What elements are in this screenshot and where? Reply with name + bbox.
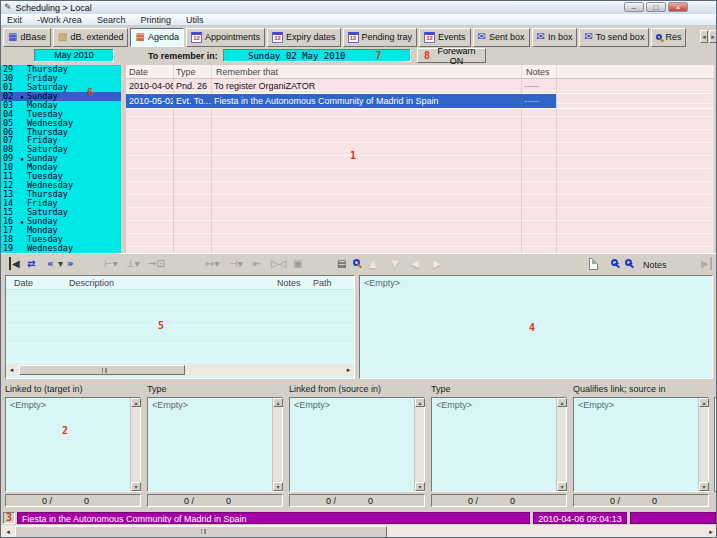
link-panel-4[interactable]: <Empty>▴▾ [573, 397, 709, 492]
agenda-row[interactable]: 2010-04-06Pnd. 26To register OrganiZATOR… [126, 79, 714, 94]
scroll-right-icon[interactable]: ▸ [705, 526, 717, 538]
detail-horizontal-scrollbar[interactable]: ◂ ▸ [6, 364, 354, 376]
sent-box-button[interactable]: ✉Sent box [473, 28, 530, 47]
toolbar-button-label: Events [438, 32, 466, 42]
to-send-box-button[interactable]: ✉To send box [579, 28, 649, 47]
menu-item-exit[interactable]: Exit [7, 15, 31, 25]
calendar-day-row[interactable]: 01Saturday [1, 83, 121, 92]
toolbar-button-label: Res [665, 32, 681, 42]
restore-button[interactable]: □ [646, 2, 666, 12]
agenda-button[interactable]: ▦Agenda [130, 28, 183, 47]
toolbar-scroll-right-icon[interactable]: ▸ [709, 30, 717, 43]
menu-item-work-area[interactable]: -Work Area [37, 15, 91, 25]
scroll-left-icon[interactable]: ◂ [6, 364, 17, 376]
counter-value: 0 / [468, 496, 478, 506]
calendar-day-row[interactable]: 16▪Sunday [1, 217, 121, 226]
duplicate-icon: ▣ [293, 257, 302, 270]
calendar-day-row[interactable]: 13Thursday [1, 190, 121, 199]
day-list: 29Thursday30Friday01Saturday02▪Sunday03M… [1, 65, 121, 253]
appointments-button[interactable]: 12Appointments [186, 28, 265, 47]
column-divider [556, 65, 557, 253]
link-panel-scrollbar[interactable]: ▴▾ [414, 398, 424, 491]
link-panel-scrollbar[interactable]: ▴▾ [130, 398, 140, 491]
dropdown-icon[interactable]: ▾ [58, 257, 63, 270]
calendar-day-row[interactable]: 19Wednesday [1, 244, 121, 253]
link-panel-scrollbar[interactable]: ▴▾ [698, 398, 708, 491]
link-panel-1[interactable]: <Empty>▴▾ [147, 397, 283, 492]
refresh-icon[interactable]: ⇄ [27, 257, 35, 270]
toolbar-scroll-left-icon[interactable]: ◂ [700, 30, 708, 43]
scroll-up-icon[interactable]: ▴ [699, 398, 709, 407]
calendar-day-row[interactable]: 02▪Sunday [1, 92, 121, 101]
scroll-up-icon[interactable]: ▴ [131, 398, 141, 407]
menu-item-printing[interactable]: Printing [140, 15, 180, 25]
scroll-left-icon[interactable]: ◂ [2, 526, 14, 538]
scroll-up-icon[interactable]: ▴ [273, 398, 283, 407]
fast-backward-icon[interactable]: « [47, 257, 53, 270]
column-divider [173, 65, 174, 253]
dbase-button[interactable]: ▦dBase [3, 28, 51, 47]
minimize-button[interactable]: – [624, 2, 644, 12]
calendar-day-row[interactable]: 06Thursday [1, 128, 121, 137]
calendar-day-row[interactable]: 29Thursday [1, 65, 121, 74]
agenda-column-header-date: Date [129, 67, 148, 77]
scroll-down-icon[interactable]: ▾ [699, 482, 709, 491]
link-panel-3[interactable]: <Empty>▴▾ [431, 397, 567, 492]
fast-forward-icon[interactable]: » [67, 257, 73, 270]
month-display[interactable]: May 2010 [34, 49, 114, 62]
db-extended-button[interactable]: ▨dB. extended [53, 28, 129, 47]
scrollbar-thumb[interactable] [19, 365, 185, 375]
scrollbar-thumb[interactable] [15, 526, 387, 538]
zoom-out-icon[interactable]: − [625, 259, 632, 266]
link-panel-scrollbar[interactable]: ▴▾ [272, 398, 282, 491]
link-panel-scrollbar[interactable]: ▴▾ [556, 398, 566, 491]
scroll-down-icon[interactable]: ▾ [557, 482, 567, 491]
menu-item-utils[interactable]: Utils [186, 15, 213, 25]
scroll-up-icon[interactable]: ▴ [557, 398, 567, 407]
events-button[interactable]: 12Events [419, 28, 471, 47]
search-records-icon[interactable] [353, 259, 360, 266]
in-box-button[interactable]: ✉In box [532, 28, 578, 47]
book-icon[interactable]: ▤ [337, 257, 346, 270]
remember-date-value: Sunday 02 May 2010 [248, 51, 346, 61]
link-panel-0[interactable]: <Empty>▴▾ [5, 397, 141, 492]
scroll-down-icon[interactable]: ▾ [273, 482, 283, 491]
close-button[interactable]: × [668, 2, 688, 12]
pending-tray-button[interactable]: 12Pending tray [343, 28, 418, 47]
scroll-down-icon[interactable]: ▾ [131, 482, 141, 491]
record-toolbar: ◀⇄«▾»⊢▾⊥▾→⊡↦▾⊣▾⇤▷◁▣▤▲▼◀▶+−Notes▶ [1, 253, 717, 274]
bottom-horizontal-scrollbar[interactable]: ◂ ▸ [1, 525, 717, 538]
scroll-right-icon[interactable]: ▸ [343, 364, 354, 376]
notes-panel[interactable]: <Empty> 4 [359, 275, 713, 379]
scroll-down-icon[interactable]: ▾ [415, 482, 425, 491]
app-window: ✎ Scheduling > Local –□× Exit-Work AreaS… [0, 0, 717, 538]
menu-bar: Exit-Work AreaSearchPrintingUtils [1, 14, 717, 26]
notepad-icon[interactable] [589, 258, 598, 270]
first-record-icon[interactable]: ◀ [9, 257, 20, 270]
agenda-cell-filler [556, 79, 714, 93]
link-panel-2[interactable]: <Empty>▴▾ [289, 397, 425, 492]
calendar-day-row[interactable]: 08Saturday [1, 145, 121, 154]
agenda-row[interactable]: 2010-05-02Evt. To...Fiesta in the Autono… [126, 94, 714, 109]
notes-label: Notes [643, 259, 667, 272]
zoom-in-icon[interactable]: + [611, 259, 618, 266]
calendar-icon: 12 [191, 32, 202, 43]
link-panel-label-3: Type [431, 384, 451, 394]
menu-item-search[interactable]: Search [97, 15, 135, 25]
calendar-day-row[interactable]: 09▪Sunday [1, 154, 121, 163]
remember-date-display[interactable]: Sunday 02 May 2010 7 [223, 49, 411, 62]
toolbar-button-label: Pending tray [362, 32, 413, 42]
link-panel-label-1: Type [147, 384, 167, 394]
agenda-cell-type: Pnd. 26 [173, 79, 211, 93]
forewarn-button[interactable]: 8 Forewarn ON [417, 48, 486, 63]
agenda-column-header-notes: Notes [526, 67, 550, 77]
agenda-table: DateTypeRemember thatNotes 2010-04-06Pnd… [126, 65, 714, 253]
scroll-up-icon[interactable]: ▴ [415, 398, 425, 407]
agenda-cell-filler [556, 94, 714, 108]
res-button[interactable]: Res [651, 28, 686, 47]
calendar-day-row[interactable]: 15Saturday [1, 208, 121, 217]
expiry-dates-button[interactable]: 12Expiry dates [267, 28, 341, 47]
link-panel-counter-2: 0 /0 [289, 494, 425, 507]
notes-empty-text: <Empty> [364, 278, 400, 288]
annotation-6: 6 [87, 88, 93, 98]
